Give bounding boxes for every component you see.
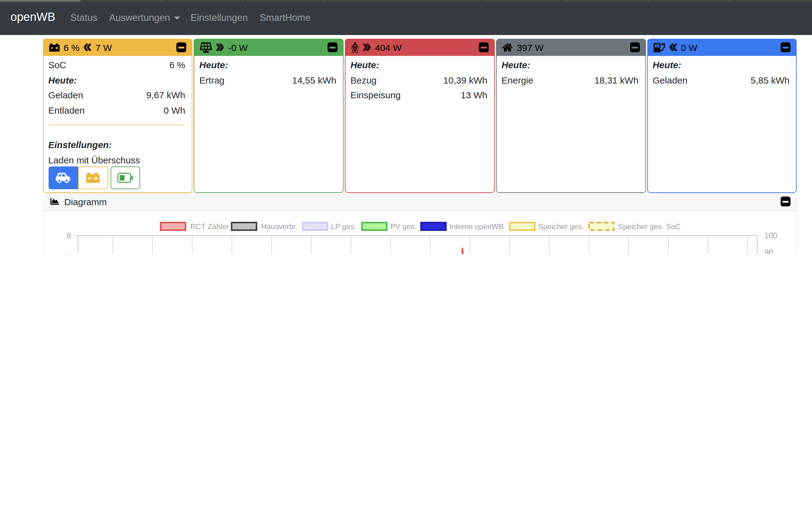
svg-text:8: 8 bbox=[66, 231, 71, 240]
svg-text:LP ges.: LP ges. bbox=[331, 222, 356, 230]
svg-text:90: 90 bbox=[764, 248, 773, 254]
svg-text:Hausverbr.: Hausverbr. bbox=[261, 222, 297, 230]
svg-text:Speicher ges. SoC: Speicher ges. SoC bbox=[618, 222, 680, 230]
svg-text:6: 6 bbox=[66, 252, 71, 254]
svg-text:RCT Zähler: RCT Zähler bbox=[190, 222, 229, 230]
svg-text:Speicher ges.: Speicher ges. bbox=[538, 222, 584, 230]
svg-text:100: 100 bbox=[764, 231, 777, 240]
svg-text:Interne openWB: Interne openWB bbox=[449, 222, 503, 230]
svg-text:PV ges.: PV ges. bbox=[390, 222, 416, 230]
